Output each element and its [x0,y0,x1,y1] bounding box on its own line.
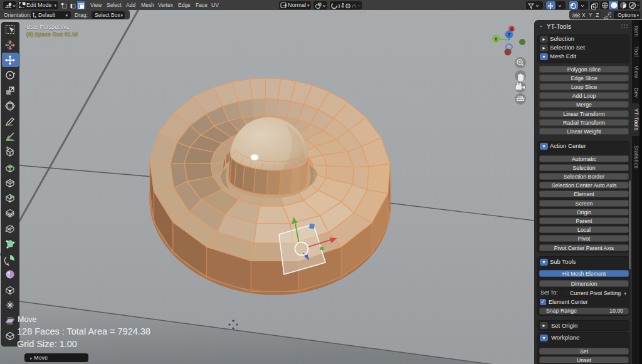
svg-text:Z: Z [508,32,511,38]
svg-text:Y: Y [494,36,497,42]
svg-text:X: X [510,27,513,31]
